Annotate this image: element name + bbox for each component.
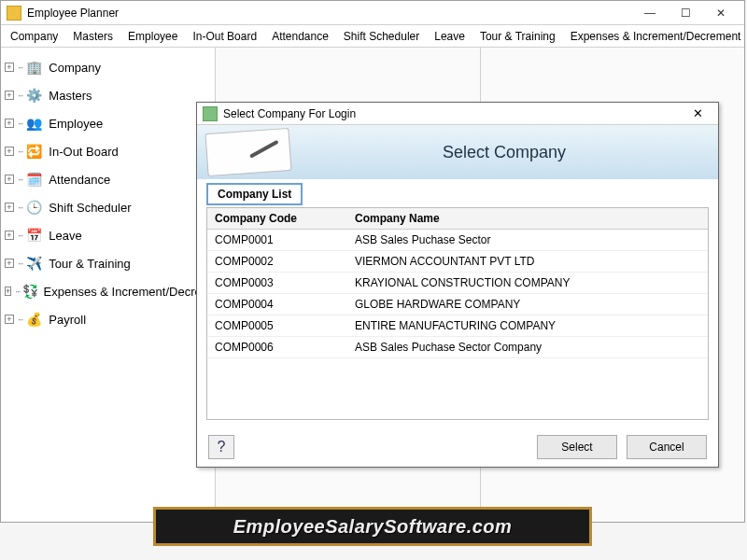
dialog-titlebar: Select Company For Login ✕ bbox=[197, 103, 718, 125]
expand-icon[interactable]: + bbox=[5, 203, 14, 212]
table-row[interactable]: COMP0005ENTIRE MANUFACTURING COMPANY bbox=[207, 315, 708, 337]
dialog-footer: ? Select Cancel bbox=[197, 427, 718, 467]
menu-shift-scheduler[interactable]: Shift Scheduler bbox=[338, 28, 425, 45]
select-company-dialog: Select Company For Login ✕ Select Compan… bbox=[196, 102, 719, 468]
cancel-button[interactable]: Cancel bbox=[627, 435, 707, 459]
tree-item-tour-training[interactable]: +···✈️Tour & Training bbox=[5, 249, 211, 277]
menu-employee[interactable]: Employee bbox=[122, 28, 183, 45]
tree-item-employee[interactable]: +···👥Employee bbox=[5, 109, 211, 137]
expand-icon[interactable]: + bbox=[5, 91, 14, 100]
cell-code: COMP0005 bbox=[207, 315, 347, 336]
cell-code: COMP0001 bbox=[207, 230, 347, 250]
tree-panel: +···🏢Company+···⚙️Masters+···👥Employee+·… bbox=[1, 48, 216, 522]
column-company-code[interactable]: Company Code bbox=[207, 208, 347, 229]
menu-expenses-increment-decrement[interactable]: Expenses & Increment/Decrement bbox=[565, 28, 747, 45]
cell-name: ENTIRE MANUFACTURING COMPANY bbox=[347, 315, 708, 336]
tree-label: Employee bbox=[49, 117, 103, 131]
tree-icon: 💱 bbox=[22, 282, 38, 301]
cell-name: GLOBE HARDWARE COMPANY bbox=[347, 294, 708, 315]
titlebar: Employee Planner — ☐ ✕ bbox=[1, 1, 744, 25]
tree-item-expenses-increment-decrement[interactable]: +···💱Expenses & Increment/Decrement bbox=[5, 277, 211, 305]
expand-icon[interactable]: + bbox=[5, 119, 14, 128]
watermark-text: EmployeeSalarySoftware.com bbox=[233, 516, 513, 538]
tree-item-shift-scheduler[interactable]: +···🕒Shift Scheduler bbox=[5, 193, 211, 221]
minimize-button[interactable]: — bbox=[632, 3, 668, 23]
cell-name: ASB Sales Puchase Sector bbox=[347, 230, 708, 250]
expand-icon[interactable]: + bbox=[5, 231, 14, 240]
dialog-title: Select Company For Login bbox=[223, 107, 683, 120]
tab-company-list[interactable]: Company List bbox=[206, 183, 303, 205]
app-icon bbox=[7, 6, 21, 21]
tree-label: Company bbox=[49, 61, 101, 75]
tree-label: Shift Scheduler bbox=[49, 201, 131, 215]
tree-item-leave[interactable]: +···📅Leave bbox=[5, 221, 211, 249]
menubar: CompanyMastersEmployeeIn-Out BoardAttend… bbox=[1, 25, 744, 48]
dialog-header: Select Company bbox=[197, 125, 718, 179]
tree-label: Tour & Training bbox=[49, 257, 130, 271]
expand-icon[interactable]: + bbox=[5, 175, 14, 184]
tab-row: Company List bbox=[197, 179, 718, 205]
expand-icon[interactable]: + bbox=[5, 287, 11, 296]
tree-icon: 🗓️ bbox=[24, 170, 43, 189]
tree-label: Attendance bbox=[49, 173, 110, 187]
tree-icon: 📅 bbox=[24, 226, 43, 245]
table-row[interactable]: COMP0002VIERMON ACCOUNTANT PVT LTD bbox=[207, 251, 708, 273]
column-company-name[interactable]: Company Name bbox=[347, 208, 708, 229]
table-row[interactable]: COMP0006ASB Sales Puchase Sector Company bbox=[207, 337, 708, 358]
tree-label: Expenses & Increment/Decrement bbox=[44, 285, 216, 299]
tree-icon: 🔁 bbox=[24, 142, 43, 161]
tree-icon: 🏢 bbox=[24, 58, 43, 77]
dialog-close-button[interactable]: ✕ bbox=[683, 105, 712, 123]
table-row[interactable]: COMP0004GLOBE HARDWARE COMPANY bbox=[207, 294, 708, 315]
cell-name: KRAYIONAL CONSTRUCTION COMPANY bbox=[347, 273, 708, 293]
table-row[interactable]: COMP0003KRAYIONAL CONSTRUCTION COMPANY bbox=[207, 273, 708, 294]
tree-item-company[interactable]: +···🏢Company bbox=[5, 53, 211, 81]
tree-icon: ✈️ bbox=[24, 254, 43, 273]
tree-label: Masters bbox=[49, 89, 92, 103]
window-title: Employee Planner bbox=[27, 7, 632, 20]
cell-code: COMP0003 bbox=[207, 273, 347, 293]
tree-icon: 🕒 bbox=[24, 198, 43, 217]
table-row[interactable]: COMP0001ASB Sales Puchase Sector bbox=[207, 230, 708, 251]
cell-code: COMP0006 bbox=[207, 337, 347, 357]
menu-attendance[interactable]: Attendance bbox=[266, 28, 334, 45]
expand-icon[interactable]: + bbox=[5, 63, 14, 72]
tree-icon: ⚙️ bbox=[24, 86, 43, 105]
select-button[interactable]: Select bbox=[537, 435, 617, 459]
maximize-button[interactable]: ☐ bbox=[668, 3, 703, 23]
cell-code: COMP0002 bbox=[207, 251, 347, 272]
expand-icon[interactable]: + bbox=[5, 147, 14, 156]
tree-item-in-out-board[interactable]: +···🔁In-Out Board bbox=[5, 137, 211, 165]
menu-tour-training[interactable]: Tour & Training bbox=[474, 28, 561, 45]
tree-item-payroll[interactable]: +···💰Payroll bbox=[5, 305, 211, 333]
tree-item-masters[interactable]: +···⚙️Masters bbox=[5, 81, 211, 109]
company-list: Company Code Company Name COMP0001ASB Sa… bbox=[206, 207, 709, 420]
close-button[interactable]: ✕ bbox=[703, 3, 739, 23]
tree-icon: 👥 bbox=[24, 114, 43, 133]
menu-masters[interactable]: Masters bbox=[67, 28, 119, 45]
expand-icon[interactable]: + bbox=[5, 315, 14, 324]
menu-in-out-board[interactable]: In-Out Board bbox=[187, 28, 262, 45]
watermark-banner: EmployeeSalarySoftware.com bbox=[153, 507, 592, 546]
cell-code: COMP0004 bbox=[207, 294, 347, 315]
tree-label: Leave bbox=[49, 229, 81, 243]
tree-label: In-Out Board bbox=[49, 145, 118, 159]
dialog-icon bbox=[203, 106, 218, 121]
dialog-header-title: Select Company bbox=[290, 143, 718, 162]
help-button[interactable]: ? bbox=[208, 435, 234, 459]
list-header: Company Code Company Name bbox=[207, 208, 708, 230]
tree-item-attendance[interactable]: +···🗓️Attendance bbox=[5, 165, 211, 193]
notebook-icon bbox=[205, 128, 292, 176]
expand-icon[interactable]: + bbox=[5, 259, 14, 268]
tree-label: Payroll bbox=[49, 313, 86, 327]
menu-company[interactable]: Company bbox=[5, 28, 63, 45]
cell-name: ASB Sales Puchase Sector Company bbox=[347, 337, 708, 357]
cell-name: VIERMON ACCOUNTANT PVT LTD bbox=[347, 251, 708, 272]
tree-icon: 💰 bbox=[24, 310, 43, 329]
menu-leave[interactable]: Leave bbox=[429, 28, 471, 45]
